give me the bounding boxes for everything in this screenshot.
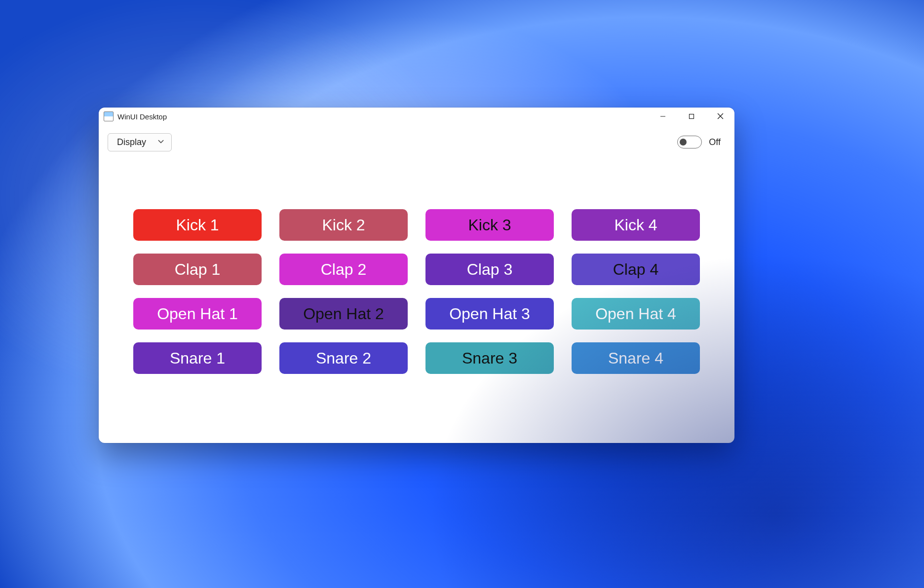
toggle-thumb (680, 139, 687, 146)
close-button[interactable] (706, 108, 734, 125)
drum-pad[interactable]: Kick 4 (572, 209, 700, 241)
display-dropdown[interactable]: Display (108, 133, 172, 151)
drum-pad-label: Clap 2 (321, 260, 367, 279)
drum-pad-label: Kick 2 (322, 216, 365, 234)
drum-pad[interactable]: Kick 2 (279, 209, 408, 241)
toggle-group: Off (677, 136, 726, 148)
drum-pad-label: Clap 4 (613, 260, 659, 279)
drum-pad[interactable]: Snare 4 (572, 342, 700, 374)
window-title: WinUI Desktop (117, 112, 167, 121)
pad-area: Kick 1Kick 2Kick 3Kick 4Clap 1Clap 2Clap… (99, 156, 734, 443)
toolbar: Display Off (99, 125, 734, 156)
drum-pad-label: Open Hat 1 (157, 305, 238, 323)
drum-pad[interactable]: Open Hat 3 (425, 298, 554, 330)
drum-pad[interactable]: Open Hat 1 (133, 298, 262, 330)
drum-pad[interactable]: Clap 2 (279, 254, 408, 285)
drum-pad[interactable]: Kick 3 (425, 209, 554, 241)
drum-pad[interactable]: Open Hat 2 (279, 298, 408, 330)
maximize-icon (689, 112, 694, 121)
maximize-button[interactable] (677, 108, 706, 125)
drum-pad-label: Kick 3 (468, 216, 511, 234)
drum-pad-label: Open Hat 2 (303, 305, 384, 323)
titlebar: WinUI Desktop (99, 108, 734, 125)
svg-rect-1 (690, 114, 694, 118)
drum-pad[interactable]: Snare 2 (279, 342, 408, 374)
app-icon (104, 111, 114, 121)
desktop-wallpaper: WinUI Desktop (0, 0, 924, 588)
toggle-state-label: Off (709, 137, 721, 147)
drum-pad-label: Kick 1 (176, 216, 219, 234)
minimize-icon (660, 112, 666, 121)
chevron-down-icon (157, 137, 164, 147)
drum-pad[interactable]: Clap 1 (133, 254, 262, 285)
pad-grid: Kick 1Kick 2Kick 3Kick 4Clap 1Clap 2Clap… (133, 209, 700, 374)
close-icon (717, 112, 724, 121)
drum-pad-label: Snare 2 (316, 349, 371, 368)
drum-pad-label: Open Hat 3 (449, 305, 530, 323)
drum-pad-label: Open Hat 4 (595, 305, 676, 323)
display-dropdown-label: Display (117, 137, 146, 147)
drum-pad-label: Clap 3 (467, 260, 513, 279)
toggle-switch[interactable] (677, 136, 702, 148)
drum-pad-label: Snare 3 (462, 349, 517, 368)
drum-pad[interactable]: Open Hat 4 (572, 298, 700, 330)
drum-pad-label: Kick 4 (614, 216, 657, 234)
drum-pad[interactable]: Clap 3 (425, 254, 554, 285)
drum-pad-label: Snare 1 (170, 349, 225, 368)
drum-pad[interactable]: Clap 4 (572, 254, 700, 285)
drum-pad-label: Snare 4 (608, 349, 663, 368)
caption-buttons (649, 108, 734, 125)
drum-pad-label: Clap 1 (175, 260, 221, 279)
drum-pad[interactable]: Snare 3 (425, 342, 554, 374)
drum-pad[interactable]: Snare 1 (133, 342, 262, 374)
app-window: WinUI Desktop (99, 108, 734, 443)
minimize-button[interactable] (649, 108, 677, 125)
drum-pad[interactable]: Kick 1 (133, 209, 262, 241)
